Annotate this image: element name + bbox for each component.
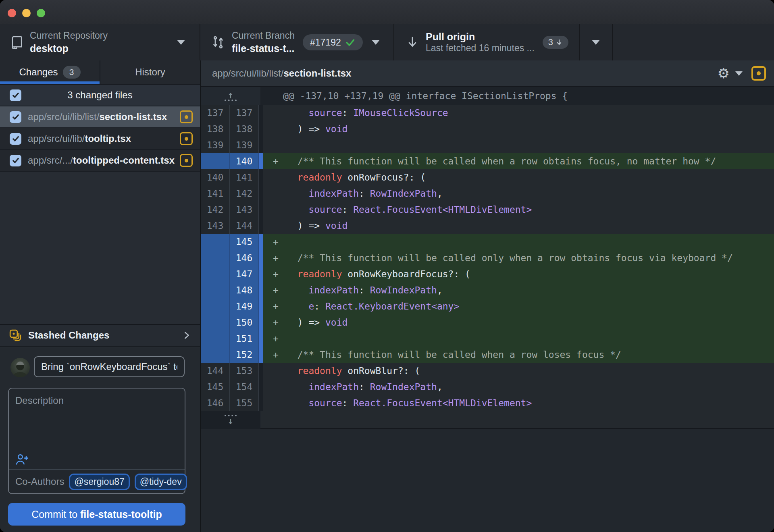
- old-line-number[interactable]: 141: [201, 185, 230, 202]
- gutter-band: [259, 250, 263, 266]
- current-branch-label: Current Branch: [232, 30, 295, 42]
- current-repository-button[interactable]: Current Repository desktop: [0, 24, 200, 60]
- old-line-number[interactable]: [201, 153, 230, 169]
- coauthor-pill[interactable]: @tidy-dev: [135, 474, 187, 490]
- old-line-number[interactable]: 145: [201, 379, 230, 395]
- pr-status-badge[interactable]: #17192: [303, 34, 363, 50]
- sidebar-tabs: Changes 3 History: [0, 60, 200, 85]
- file-checkbox[interactable]: [10, 133, 21, 145]
- repo-icon: [10, 35, 23, 49]
- tab-history[interactable]: History: [100, 60, 200, 84]
- old-line-number[interactable]: 144: [201, 363, 230, 379]
- new-line-number[interactable]: 147: [230, 266, 259, 282]
- old-line-number[interactable]: 142: [201, 202, 230, 218]
- commit-description-input[interactable]: [9, 389, 185, 453]
- file-row[interactable]: app/src/.../tooltipped-content.tsx: [0, 150, 200, 172]
- tab-changes-label: Changes: [19, 66, 58, 78]
- zoom-button[interactable]: [37, 9, 45, 17]
- coauthor-pill[interactable]: @sergiou87: [69, 474, 129, 490]
- gear-icon[interactable]: ⚙: [718, 66, 730, 80]
- old-line-number[interactable]: [201, 347, 230, 363]
- changes-sidebar: Changes 3 History 3 changed files app/sr…: [0, 60, 201, 532]
- app-window: Current Repository desktop Current Branc…: [0, 0, 774, 532]
- new-line-number[interactable]: 151: [230, 330, 259, 347]
- old-line-number[interactable]: [201, 266, 230, 282]
- tab-changes[interactable]: Changes 3: [0, 60, 100, 84]
- old-line-number[interactable]: 143: [201, 218, 230, 234]
- new-line-number[interactable]: 155: [230, 395, 259, 411]
- new-line-number[interactable]: 143: [230, 202, 259, 218]
- pull-origin-button[interactable]: Pull origin Last fetched 16 minutes ... …: [394, 24, 580, 60]
- file-checkbox[interactable]: [10, 111, 21, 123]
- old-line-number[interactable]: 139: [201, 137, 230, 153]
- file-checkbox[interactable]: [10, 155, 21, 166]
- current-branch-name: file-status-t...: [232, 42, 295, 54]
- old-line-number[interactable]: [201, 298, 230, 314]
- new-line-number[interactable]: 154: [230, 379, 259, 395]
- stashed-changes-row[interactable]: Stashed Changes: [0, 324, 200, 347]
- old-line-number[interactable]: [201, 330, 230, 347]
- behind-count: 3: [548, 37, 553, 48]
- commit-summary-input[interactable]: [34, 356, 185, 377]
- new-line-number[interactable]: 137: [230, 105, 259, 121]
- old-line-number[interactable]: 140: [201, 169, 230, 185]
- diff-line: 152+ /** This function will be called wh…: [201, 347, 774, 363]
- old-line-number[interactable]: [201, 282, 230, 298]
- diff-line: 142143 source: React.FocusEvent<HTMLDivE…: [201, 202, 774, 218]
- gutter-band: [259, 314, 263, 330]
- file-row[interactable]: app/src/ui/lib/tooltip.tsx: [0, 128, 200, 150]
- code-line: source: IMouseClickSource: [263, 105, 774, 121]
- download-arrow-icon: [406, 35, 418, 50]
- titlebar[interactable]: [0, 0, 774, 24]
- new-line-number[interactable]: 149: [230, 298, 259, 314]
- new-line-number[interactable]: 140: [230, 153, 259, 169]
- file-row[interactable]: app/src/ui/lib/list/section-list.tsx: [0, 106, 200, 128]
- new-line-number[interactable]: 141: [230, 169, 259, 185]
- minimize-button[interactable]: [22, 9, 31, 17]
- file-path: app/src/ui/lib/tooltip.tsx: [28, 133, 180, 144]
- new-line-number[interactable]: 144: [230, 218, 259, 234]
- expand-hunk-up-button[interactable]: ↑: [225, 91, 237, 101]
- new-line-number[interactable]: 148: [230, 282, 259, 298]
- new-line-number[interactable]: 150: [230, 314, 259, 330]
- new-line-number[interactable]: 152: [230, 347, 259, 363]
- add-coauthor-icon[interactable]: [15, 453, 29, 465]
- gutter-band: [259, 105, 263, 121]
- new-line-number[interactable]: 142: [230, 185, 259, 202]
- coauthors-label: Co-Authors: [15, 476, 64, 487]
- chevron-down-icon: [372, 40, 380, 45]
- new-line-number[interactable]: 139: [230, 137, 259, 153]
- new-line-number[interactable]: 146: [230, 250, 259, 266]
- gutter-band: [259, 395, 263, 411]
- chevron-down-icon: [177, 40, 185, 45]
- old-line-number[interactable]: [201, 250, 230, 266]
- code-line: + indexPath: RowIndexPath,: [263, 282, 774, 298]
- diff-pane: app/src/ui/lib/list/section-list.tsx ⚙ ↑…: [201, 60, 774, 532]
- select-all-checkbox[interactable]: [10, 89, 21, 101]
- expand-hunk-down-button[interactable]: ↓: [225, 415, 237, 425]
- check-icon: [345, 37, 356, 48]
- new-line-number[interactable]: 145: [230, 234, 259, 250]
- new-line-number[interactable]: 153: [230, 363, 259, 379]
- chevron-down-icon[interactable]: [735, 71, 743, 76]
- gutter-band: [259, 266, 263, 282]
- hunk-header-text: @@ -137,10 +137,19 @@ interface ISection…: [260, 87, 774, 105]
- pull-options-dropdown[interactable]: [580, 24, 613, 60]
- modified-status-icon: [180, 132, 193, 145]
- code-line: [263, 137, 774, 153]
- current-branch-button[interactable]: Current Branch file-status-t... #17192: [200, 24, 394, 60]
- old-line-number[interactable]: [201, 234, 230, 250]
- commit-button[interactable]: Commit to file-status-tooltip: [8, 503, 185, 526]
- gutter-band: [259, 298, 263, 314]
- old-line-number[interactable]: 146: [201, 395, 230, 411]
- old-line-number[interactable]: [201, 314, 230, 330]
- gutter-band: [259, 363, 263, 379]
- new-line-number[interactable]: 138: [230, 121, 259, 137]
- close-button[interactable]: [8, 9, 16, 17]
- old-line-number[interactable]: 138: [201, 121, 230, 137]
- diff-line: 146+ /** This function will be called on…: [201, 250, 774, 266]
- branch-icon: [212, 35, 225, 50]
- code-line: ) => void: [263, 121, 774, 137]
- old-line-number[interactable]: 137: [201, 105, 230, 121]
- diff-line: 139139: [201, 137, 774, 153]
